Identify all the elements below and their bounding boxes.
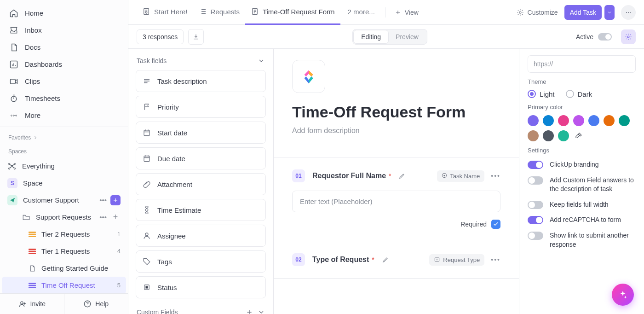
responses-count[interactable]: 3 responses: [137, 29, 184, 44]
edit-field-button[interactable]: [398, 172, 406, 180]
plus-icon[interactable]: [246, 308, 253, 314]
edit-field-button[interactable]: [382, 256, 389, 263]
color-swatch[interactable]: [543, 130, 554, 141]
form-description[interactable]: Add form description: [292, 127, 500, 135]
task-field-item[interactable]: Tags: [136, 250, 266, 273]
nav-item-docs[interactable]: Docs: [4, 39, 124, 56]
preview-tab[interactable]: Preview: [388, 30, 426, 43]
task-field-item[interactable]: Start date: [136, 122, 266, 144]
form-logo[interactable]: [292, 60, 325, 93]
sidebar-item-everything[interactable]: Everything: [2, 157, 126, 174]
color-swatch[interactable]: [558, 115, 569, 126]
color-swatch[interactable]: [543, 115, 554, 126]
sidebar-item-customer-support[interactable]: Customer Support •••: [2, 192, 126, 209]
form-url-input[interactable]: [528, 55, 636, 73]
more-icon[interactable]: •••: [99, 213, 107, 221]
chevron-down-icon[interactable]: [258, 308, 265, 314]
color-swatch[interactable]: [604, 115, 615, 126]
task-field-item[interactable]: Status: [136, 276, 266, 298]
hourglass-icon: [143, 206, 151, 214]
sidebar-item-space[interactable]: S Space: [2, 174, 126, 192]
more-tabs[interactable]: 2 more...: [342, 0, 380, 25]
setting-row: Keep fields full width: [528, 200, 636, 209]
task-field-item[interactable]: Task description: [136, 70, 266, 92]
field-more-button[interactable]: •••: [491, 172, 500, 180]
badge-label: Task Name: [450, 173, 480, 180]
svg-rect-29: [29, 285, 36, 286]
attach-icon: [143, 180, 151, 188]
gear-icon: [517, 9, 524, 16]
active-label: Active: [576, 33, 593, 41]
task-field-item[interactable]: Priority: [136, 96, 266, 118]
setting-toggle[interactable]: [528, 176, 543, 185]
setting-label: ClickUp branding: [550, 160, 599, 169]
form-title[interactable]: Time-Off Request Form: [292, 103, 500, 121]
add-list-button[interactable]: +: [110, 212, 121, 222]
more-icon: [625, 9, 632, 16]
more-icon[interactable]: •••: [99, 196, 107, 204]
task-fields-header[interactable]: Task fields: [136, 55, 266, 70]
eyedropper-button[interactable]: [573, 130, 584, 141]
sidebar-list-item[interactable]: Tier 1 Requests 4: [2, 243, 126, 260]
view-tab[interactable]: Time-Off Request Form: [245, 0, 340, 25]
inbox-icon: [9, 26, 18, 35]
favorites-header[interactable]: Favorites: [0, 130, 128, 144]
flag-icon: [143, 103, 151, 111]
color-swatch[interactable]: [588, 115, 599, 126]
color-swatch[interactable]: [558, 130, 569, 141]
nav-item-more[interactable]: More: [4, 107, 124, 124]
custom-fields-header[interactable]: Custom Fields: [136, 307, 266, 314]
download-button[interactable]: [188, 29, 204, 45]
setting-toggle[interactable]: [528, 216, 543, 224]
color-swatch[interactable]: [528, 130, 539, 141]
custom-fields-label: Custom Fields: [137, 308, 178, 314]
toolbar-more-button[interactable]: [621, 5, 636, 20]
task-field-item[interactable]: Assignee: [136, 225, 266, 247]
svg-rect-25: [29, 249, 36, 250]
field-label: Requestor Full Name: [312, 172, 386, 180]
help-label: Help: [95, 300, 109, 308]
add-view-button[interactable]: View: [390, 6, 423, 19]
field-placeholder-input[interactable]: [292, 191, 500, 212]
sidebar-list-item[interactable]: Getting Started Guide: [2, 260, 126, 277]
task-field-item[interactable]: Due date: [136, 147, 266, 169]
editing-tab[interactable]: Editing: [354, 30, 388, 43]
add-task-button[interactable]: Add Task: [564, 5, 602, 20]
nav-item-inbox[interactable]: Inbox: [4, 22, 124, 39]
task-field-label: Start date: [157, 129, 187, 137]
svg-rect-23: [29, 233, 36, 235]
nav-item-timesheets[interactable]: Timesheets: [4, 90, 124, 107]
theme-dark-option[interactable]: Dark: [566, 90, 592, 98]
sidebar-item-support-requests[interactable]: Support Requests ••• +: [2, 209, 126, 226]
task-field-item[interactable]: Attachment: [136, 173, 266, 195]
active-toggle[interactable]: [598, 33, 612, 41]
subbar: 3 responses Editing Preview Active: [128, 25, 644, 49]
form-settings-button[interactable]: [621, 29, 636, 44]
field-more-button[interactable]: •••: [491, 256, 500, 263]
theme-light-option[interactable]: Light: [528, 90, 555, 98]
nav-item-clips[interactable]: Clips: [4, 73, 124, 90]
view-tab[interactable]: Requests: [193, 0, 245, 25]
view-tab[interactable]: Start Here!: [137, 0, 193, 25]
setting-toggle[interactable]: [528, 201, 543, 209]
help-button[interactable]: Help: [64, 294, 128, 314]
color-swatch[interactable]: [528, 115, 539, 126]
responses-label: 3 responses: [143, 33, 178, 41]
task-field-item[interactable]: Time Estimate: [136, 199, 266, 221]
color-swatch[interactable]: [619, 115, 630, 126]
nav-item-dashboards[interactable]: Dashboards: [4, 56, 124, 73]
cal-icon: [143, 128, 151, 137]
color-swatch[interactable]: [573, 115, 584, 126]
sidebar-list-item[interactable]: Tier 2 Requests 1: [2, 226, 126, 243]
invite-button[interactable]: Invite: [0, 294, 64, 314]
setting-toggle[interactable]: [528, 161, 543, 169]
add-space-button[interactable]: [110, 195, 121, 205]
add-task-dropdown[interactable]: [604, 5, 615, 20]
required-checkbox[interactable]: [491, 220, 500, 229]
customize-button[interactable]: Customize: [512, 6, 563, 19]
ai-fab[interactable]: [612, 284, 634, 306]
setting-toggle[interactable]: [528, 232, 543, 240]
sidebar-list-item[interactable]: Time Off Request 5: [2, 277, 126, 293]
nav-item-home[interactable]: Home: [4, 5, 124, 22]
task-fields-label: Task fields: [137, 57, 167, 64]
